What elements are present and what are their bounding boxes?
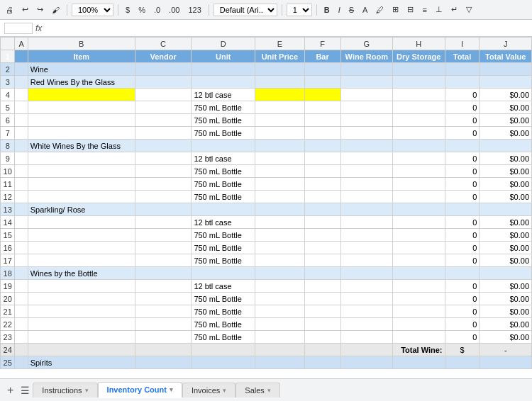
cell-g-spirits[interactable] xyxy=(340,356,392,369)
cell-h11[interactable] xyxy=(393,178,445,191)
tab-sales[interactable]: Sales ▾ xyxy=(235,383,280,397)
cell-f-total[interactable] xyxy=(304,344,340,356)
cell-f17[interactable] xyxy=(304,254,340,267)
cell-h22[interactable] xyxy=(393,318,445,331)
cell-c19[interactable] xyxy=(135,280,192,293)
cell-d9-unit[interactable]: 12 btl case xyxy=(192,152,255,165)
cell-c23[interactable] xyxy=(135,331,192,344)
col-header-d[interactable]: D xyxy=(192,38,255,50)
valign-btn[interactable]: ⊥ xyxy=(433,4,445,16)
decimal1-btn[interactable]: .0 xyxy=(151,4,163,16)
cell-a7[interactable] xyxy=(15,127,28,140)
cell-g8[interactable] xyxy=(340,140,392,152)
paint-format-icon[interactable]: 🖌 xyxy=(49,4,62,16)
cell-c8[interactable] xyxy=(135,140,192,152)
cell-d3[interactable] xyxy=(192,76,255,89)
cell-d18[interactable] xyxy=(192,267,255,280)
cell-g7[interactable] xyxy=(340,127,392,140)
cell-i18[interactable] xyxy=(445,267,480,280)
cell-e4-yellow[interactable] xyxy=(255,89,304,101)
cell-c22[interactable] xyxy=(135,318,192,331)
cell-e14[interactable] xyxy=(255,216,304,229)
cell-f6[interactable] xyxy=(304,114,340,127)
cell-c21[interactable] xyxy=(135,305,192,318)
cell-e6[interactable] xyxy=(255,114,304,127)
cell-i8[interactable] xyxy=(445,140,480,152)
cell-a20[interactable] xyxy=(15,293,28,305)
cell-c13[interactable] xyxy=(135,203,192,216)
wrap-btn[interactable]: ↵ xyxy=(448,4,460,16)
cell-a6[interactable] xyxy=(15,114,28,127)
cell-f21[interactable] xyxy=(304,305,340,318)
cell-f14[interactable] xyxy=(304,216,340,229)
cell-b19[interactable] xyxy=(28,280,135,293)
cell-c12[interactable] xyxy=(135,191,192,203)
cell-f11[interactable] xyxy=(304,178,340,191)
cell-h18[interactable] xyxy=(393,267,445,280)
cell-f10[interactable] xyxy=(304,165,340,178)
cell-wines-bottle-label[interactable]: Wines by the Bottle xyxy=(28,267,135,280)
cell-e16[interactable] xyxy=(255,242,304,254)
cell-h15[interactable] xyxy=(393,229,445,242)
strikethrough-btn[interactable]: S xyxy=(346,4,357,16)
cell-j-spirits[interactable] xyxy=(480,356,532,369)
cell-g2[interactable] xyxy=(340,63,392,76)
cell-c14[interactable] xyxy=(135,216,192,229)
font-dropdown[interactable]: Default (Ari...) xyxy=(214,4,277,16)
cell-reference[interactable]: A xyxy=(4,23,33,34)
cell-d13[interactable] xyxy=(192,203,255,216)
col-header-c[interactable]: C xyxy=(135,38,192,50)
col-header-h[interactable]: H xyxy=(393,38,445,50)
cell-i7-total[interactable]: 0 xyxy=(445,127,480,140)
cell-e12[interactable] xyxy=(255,191,304,203)
cell-i3[interactable] xyxy=(445,76,480,89)
cell-a15[interactable] xyxy=(15,229,28,242)
cell-j13[interactable] xyxy=(480,203,532,216)
cell-a3[interactable] xyxy=(15,76,28,89)
cell-c9[interactable] xyxy=(135,152,192,165)
cell-g22[interactable] xyxy=(340,318,392,331)
cell-g23[interactable] xyxy=(340,331,392,344)
italic-btn[interactable]: I xyxy=(336,4,343,16)
cell-h4[interactable] xyxy=(393,89,445,101)
cell-e23[interactable] xyxy=(255,331,304,344)
cell-j9-value[interactable]: $0.00 xyxy=(480,152,532,165)
cell-h3[interactable] xyxy=(393,76,445,89)
cell-j18[interactable] xyxy=(480,267,532,280)
cell-j15-value[interactable]: $0.00 xyxy=(480,229,532,242)
cell-g19[interactable] xyxy=(340,280,392,293)
cell-a-total[interactable] xyxy=(15,344,28,356)
cell-h7[interactable] xyxy=(393,127,445,140)
col-header-g[interactable]: G xyxy=(340,38,392,50)
cell-j22-value[interactable]: $0.00 xyxy=(480,318,532,331)
cell-g5[interactable] xyxy=(340,101,392,114)
cell-a17[interactable] xyxy=(15,254,28,267)
cell-f20[interactable] xyxy=(304,293,340,305)
cell-d23-unit[interactable]: 750 mL Bottle xyxy=(192,331,255,344)
cell-i9-total[interactable]: 0 xyxy=(445,152,480,165)
cell-g-total[interactable] xyxy=(340,344,392,356)
cell-f4-yellow[interactable] xyxy=(304,89,340,101)
cell-b16[interactable] xyxy=(28,242,135,254)
cell-a5[interactable] xyxy=(15,101,28,114)
cell-h12[interactable] xyxy=(393,191,445,203)
cell-a8[interactable] xyxy=(15,140,28,152)
cell-f23[interactable] xyxy=(304,331,340,344)
cell-d20-unit[interactable]: 750 mL Bottle xyxy=(192,293,255,305)
cell-d14-unit[interactable]: 12 btl case xyxy=(192,216,255,229)
cell-a23[interactable] xyxy=(15,331,28,344)
cell-e5[interactable] xyxy=(255,101,304,114)
col-header-f[interactable]: F xyxy=(304,38,340,50)
cell-j11-value[interactable]: $0.00 xyxy=(480,178,532,191)
bold-btn[interactable]: B xyxy=(321,4,333,16)
cell-j17-value[interactable]: $0.00 xyxy=(480,254,532,267)
cell-h10[interactable] xyxy=(393,165,445,178)
cell-e3[interactable] xyxy=(255,76,304,89)
cell-h16[interactable] xyxy=(393,242,445,254)
cell-j12-value[interactable]: $0.00 xyxy=(480,191,532,203)
cell-red-wines-label[interactable]: Red Wines By the Glass xyxy=(28,76,135,89)
sheet-list-button[interactable]: ☰ xyxy=(18,385,33,396)
cell-white-wines-label[interactable]: White Wines By the Glass xyxy=(28,140,135,152)
cell-g15[interactable] xyxy=(340,229,392,242)
cell-e22[interactable] xyxy=(255,318,304,331)
